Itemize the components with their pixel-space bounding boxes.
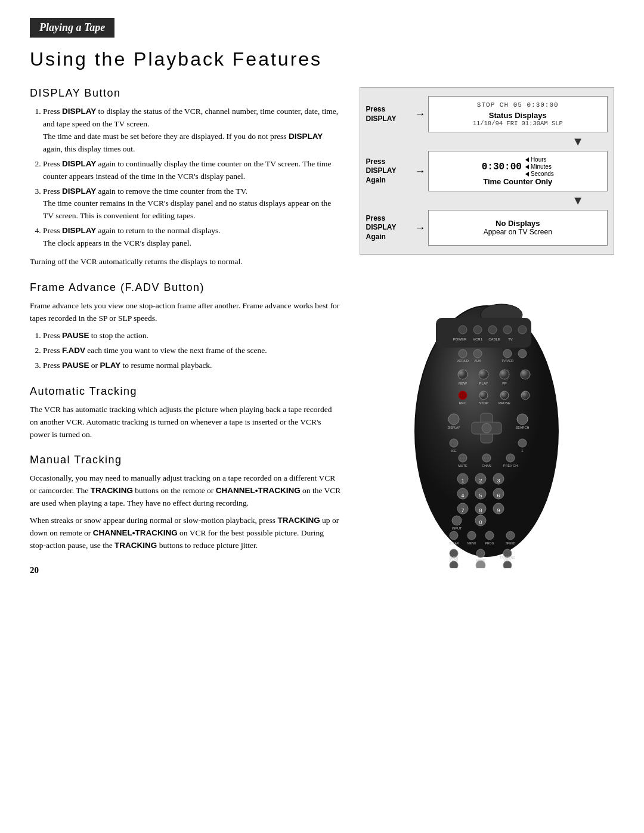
svg-point-19	[458, 370, 467, 379]
auto-tracking-title: Automatic Tracking	[30, 385, 342, 398]
page-banner: Playing a Tape	[30, 18, 114, 38]
display-button-section: DISPLAY Button Press DISPLAY to display …	[30, 87, 342, 268]
arrow-1: →	[415, 108, 426, 120]
hours-label-row: Hours	[525, 156, 547, 163]
svg-text:TV/VCR: TV/VCR	[501, 359, 513, 363]
list-item: Press DISPLAY again to return to the nor…	[43, 225, 342, 250]
svg-point-3	[459, 326, 467, 334]
svg-point-41	[518, 439, 527, 447]
time-inner: 0:30:00 Hours Minutes	[435, 156, 602, 177]
tracking-bold-3: TRACKING	[114, 541, 157, 550]
svg-text:PREV CH: PREV CH	[503, 464, 518, 467]
svg-text:MUTE: MUTE	[458, 464, 467, 467]
no-displays-title: No Displays	[435, 219, 602, 228]
svg-point-27	[479, 391, 488, 400]
hours-triangle	[525, 157, 529, 162]
svg-text:POWER: POWER	[453, 337, 467, 341]
time-labels-col: Hours Minutes Seconds	[525, 156, 554, 177]
seconds-triangle	[525, 172, 529, 176]
list-item-text: Press PAUSE to stop the action.	[43, 331, 148, 340]
list-item-sub: The clock appears in the VCR's display p…	[43, 239, 191, 247]
svg-point-73	[467, 531, 476, 540]
status-displays-box: STOP CH 05 0:30:00 Status Displays 11/18…	[428, 96, 608, 132]
svg-text:7: 7	[462, 507, 465, 513]
svg-text:CABLE: CABLE	[488, 337, 500, 341]
svg-point-12	[459, 349, 467, 358]
right-column: PressDISPLAY → STOP CH 05 0:30:00 Status…	[360, 87, 615, 575]
svg-text:6: 6	[497, 493, 500, 498]
svg-text:1: 1	[462, 478, 465, 484]
svg-text:FF: FF	[503, 382, 507, 385]
list-item-text: Press F.ADV each time you want to view t…	[43, 346, 267, 355]
svg-point-26	[459, 391, 467, 400]
svg-point-40	[450, 439, 458, 447]
status-displays-title: Status Displays	[435, 111, 602, 120]
svg-point-88	[503, 561, 512, 568]
pause-bold: PAUSE	[62, 331, 89, 340]
list-item: Press DISPLAY to display the status of t…	[43, 106, 342, 156]
down-arrow-1: ▼	[366, 135, 608, 148]
fadv-bold: F.ADV	[62, 346, 85, 355]
tracking-bold: TRACKING	[91, 486, 133, 495]
svg-point-4	[473, 326, 482, 334]
svg-text:CHAN: CHAN	[482, 464, 491, 467]
svg-point-44	[459, 454, 467, 462]
svg-text:4: 4	[462, 493, 465, 498]
svg-text:SLOW: SLOW	[450, 556, 459, 559]
down-arrow-icon-2: ▼	[572, 194, 584, 208]
list-item: Press PAUSE or PLAY to resume normal pla…	[43, 360, 342, 372]
display-bold: DISPLAY	[62, 107, 96, 116]
list-item: Press DISPLAY again to continually displ…	[43, 158, 342, 183]
svg-text:REW: REW	[459, 382, 467, 385]
list-item: Press DISPLAY again to remove the time c…	[43, 185, 342, 223]
svg-point-75	[506, 531, 515, 540]
diagram-box-1: STOP CH 05 0:30:00 Status Displays 11/18…	[428, 96, 608, 132]
frame-advance-list: Press PAUSE to stop the action. Press F.…	[43, 330, 342, 372]
channel-tracking-bold: CHANNEL•TRACKING	[216, 486, 301, 495]
display-bold-3: DISPLAY	[62, 159, 96, 168]
svg-text:VCR/LD: VCR/LD	[457, 359, 469, 363]
vcr-status-line: STOP CH 05 0:30:00	[435, 101, 602, 109]
time-display: 0:30:00	[482, 162, 522, 172]
no-displays-box: No Displays Appear on TV Screen	[428, 210, 608, 246]
display-footer-text: Turning off the VCR automatically return…	[30, 256, 342, 268]
svg-point-68	[452, 516, 462, 525]
svg-text:0: 0	[479, 519, 482, 525]
press-display-label-2: PressDISPLAYAgain	[366, 157, 414, 185]
display-bold-2: DISPLAY	[289, 132, 323, 141]
svg-point-13	[473, 349, 482, 358]
date-line: 11/18/94 FRI 01:30AM SLP	[435, 120, 602, 127]
svg-text:3: 3	[497, 478, 500, 484]
arrow-2: →	[415, 165, 426, 178]
seconds-label-row: Seconds	[525, 171, 554, 177]
minutes-label-row: Minutes	[525, 163, 552, 170]
svg-text:MENU: MENU	[467, 541, 476, 545]
list-item: Press PAUSE to stop the action.	[43, 330, 342, 342]
press-display-label-3: PressDISPLAYAgain	[366, 214, 414, 242]
channel-tracking-bold-2: CHANNEL•TRACKING	[93, 528, 178, 537]
frame-advance-section: Frame Advance (F.ADV Button) Frame advan…	[30, 281, 342, 372]
page-title: Using the Playback Features	[30, 48, 614, 70]
svg-text:PROG: PROG	[485, 541, 494, 545]
svg-text:ICE: ICE	[451, 449, 457, 453]
svg-point-20	[479, 370, 488, 379]
manual-tracking-text-2: When streaks or snow appear during norma…	[30, 515, 342, 552]
svg-rect-2	[436, 318, 531, 348]
svg-text:PAUSE: PAUSE	[499, 401, 510, 405]
svg-text:9: 9	[497, 507, 500, 513]
svg-text:VCR1: VCR1	[473, 337, 483, 341]
svg-text:Σ: Σ	[522, 449, 524, 453]
svg-point-38	[517, 414, 528, 425]
svg-text:8: 8	[479, 507, 482, 513]
arrow-3: →	[415, 222, 426, 234]
list-item-text: Press DISPLAY again to return to the nor…	[43, 226, 221, 235]
play-bold: PLAY	[100, 361, 120, 370]
diagram-row-1: PressDISPLAY → STOP CH 05 0:30:00 Status…	[366, 96, 608, 132]
svg-text:REC: REC	[459, 401, 467, 405]
list-item: Press F.ADV each time you want to view t…	[43, 345, 342, 357]
diagram-row-3: PressDISPLAYAgain → No Displays Appear o…	[366, 210, 608, 246]
display-button-list: Press DISPLAY to display the status of t…	[43, 106, 342, 250]
time-counter-title: Time Counter Only	[435, 177, 602, 186]
display-bold-5: DISPLAY	[62, 226, 96, 235]
svg-text:STOP: STOP	[479, 401, 488, 405]
